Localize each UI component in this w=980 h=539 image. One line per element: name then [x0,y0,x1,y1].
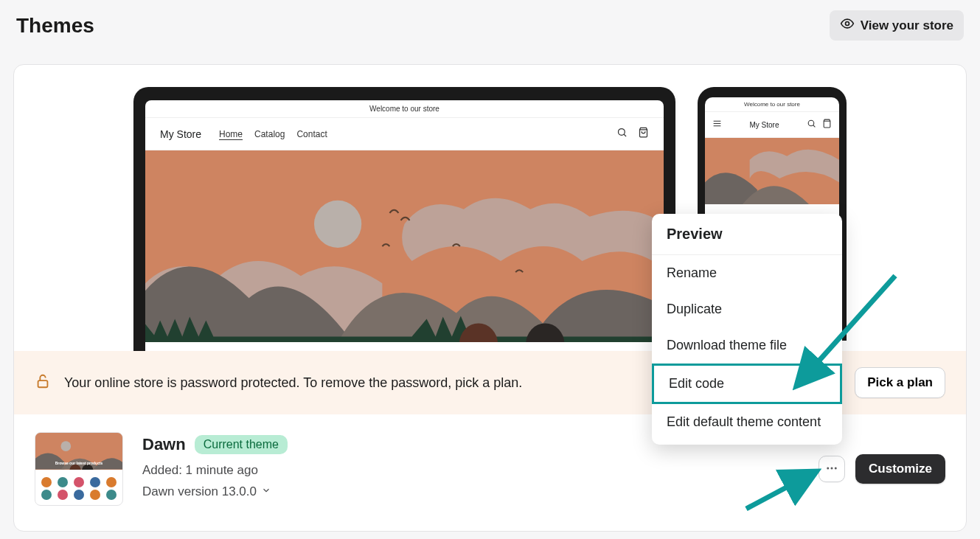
svg-point-0 [845,22,849,26]
desktop-preview: Welcome to our store My Store Home Catal… [133,87,675,351]
theme-actions-dropdown: Preview Rename Duplicate Download theme … [652,214,842,445]
customize-button[interactable]: Customize [855,454,945,484]
dropdown-duplicate[interactable]: Duplicate [652,291,842,327]
pick-plan-button[interactable]: Pick a plan [855,367,945,398]
dropdown-rename[interactable]: Rename [652,255,842,291]
announcement-bar-mobile: Welcome to our store [705,97,839,112]
theme-version: Dawn version 13.0.0 [142,481,257,503]
hero-image-mobile [705,138,839,204]
dropdown-edit-default[interactable]: Edit default theme content [652,404,842,440]
eye-icon [840,16,855,35]
svg-point-14 [831,467,833,469]
svg-rect-8 [38,380,48,387]
chevron-down-icon [261,481,271,503]
cart-icon [822,118,832,131]
cart-icon [638,127,649,141]
announcement-bar: Welcome to our store [145,100,664,118]
dots-horizontal-icon [825,462,838,477]
nav-catalog: Catalog [254,129,285,139]
svg-point-3 [314,201,361,248]
lock-icon [35,373,51,392]
page-title: Themes [16,14,94,38]
store-nav: Home Catalog Contact [219,129,616,139]
dropdown-edit-code[interactable]: Edit code [652,364,842,404]
svg-point-13 [827,467,829,469]
hero-image [145,150,664,342]
svg-point-15 [835,467,837,469]
theme-name: Dawn [142,435,186,454]
search-icon [807,118,816,131]
more-actions-button[interactable] [819,456,845,482]
store-name: My Store [160,128,201,140]
nav-home: Home [219,129,243,139]
thumb-caption: Browse our latest products [35,461,122,465]
dropdown-download[interactable]: Download theme file [652,327,842,364]
view-store-button[interactable]: View your store [830,10,964,41]
view-store-label: View your store [861,18,953,33]
search-icon [616,127,628,141]
theme-added: Added: 1 minute ago [142,460,799,481]
theme-thumbnail: Browse our latest products [35,432,123,506]
svg-point-6 [808,120,814,126]
svg-point-1 [619,129,625,136]
store-name-mobile: My Store [749,121,779,129]
theme-version-toggle[interactable]: Dawn version 13.0.0 [142,481,799,503]
current-theme-badge: Current theme [195,435,288,454]
dropdown-header[interactable]: Preview [652,214,842,255]
nav-contact: Contact [296,129,327,139]
menu-icon [712,118,722,131]
svg-point-10 [60,441,71,451]
